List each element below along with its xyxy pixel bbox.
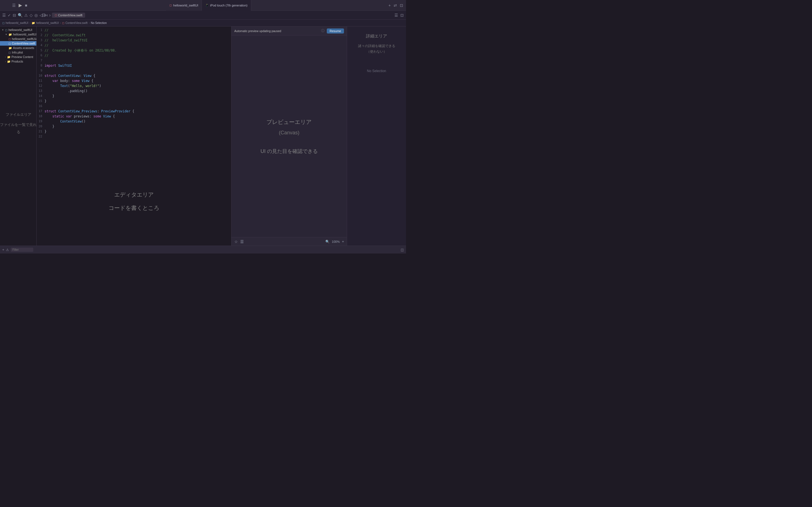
show-areas-icon[interactable]: ⊟ [42,12,45,18]
code-line-1: 1 // [37,28,231,33]
bottom-panel-icon[interactable]: ◫ [401,248,404,252]
sidebar-item-products[interactable]: › 📁 Products [0,59,36,64]
inspector-desc: 諸々の詳細を確認できる [350,43,403,49]
sidebar-item-info-plist[interactable]: ◻ Info.plist [0,50,36,55]
sidebar-annotation-2: ファイルを一覧で見れる [0,121,37,136]
code-line-9: 9 [37,69,231,74]
toolbar-right-icons: + ⇄ ⊡ [378,3,406,8]
git-icon[interactable]: ◎ [35,13,38,17]
split-view-icon[interactable]: ⇄ [394,3,397,8]
editor-annotation: エディタエリア コードを書くところ [109,191,159,212]
sidebar-toggle-icon[interactable]: ☰ [12,3,16,8]
code-line-8: 8 import SwiftUI [37,64,231,69]
preview-annotation-3: UI の見た目を確認できる [260,146,318,156]
breadcrumb-selection[interactable]: No Selection [91,21,107,24]
bottom-bar: + ⚠ ◫ [0,245,406,253]
inspector-note: （使わない） [350,49,403,55]
search-icon[interactable]: 🔍 [18,13,22,17]
preview-annotation-2: (Canvas) [260,128,318,138]
bookmark-icon[interactable]: ☆ [234,239,238,244]
secondary-toolbar: ☰ ✓ ⊟ 🔍 ⚠ ◇ ◎ ◁ ≡ ⊟ ‹ › ◻ ContentView.sw… [0,11,406,20]
breadcrumb-folder-icon: 📁 [32,21,35,24]
tab-device-label: iPod touch (7th generation) [210,4,248,7]
code-review-icon[interactable]: ☰ [395,13,398,17]
add-tab-icon[interactable]: + [389,3,391,8]
info-plist-label: Info.plist [12,51,23,54]
filter-input[interactable] [11,247,33,252]
sidebar-item-contentview-swift[interactable]: ◻ ContentView.swift [0,41,36,46]
breadcrumb-sep-3: › [89,21,90,24]
sidebar-item-app-swift[interactable]: ◻ helloworld_swiftUIApp.swift [0,37,36,41]
active-file-tab[interactable]: ◻ ContentView.swift [52,13,86,18]
navigator-icon[interactable]: ☰ [2,13,6,17]
editor-annotation-2: コードを書くところ [109,204,159,212]
code-line-19: 19 ContentView() [37,119,231,124]
code-line-10: 10 struct ContentView: View { [37,74,231,79]
sidebar-item-assets[interactable]: 📁 Assets.xcassets [0,46,36,50]
preview-folder-icon: 📁 [7,55,10,59]
project-label: helloworld_swiftUI [8,28,33,32]
main-content: ファイルエリア ファイルを一覧で見れる ▼ ◻ helloworld_swift… [0,26,406,245]
code-line-17: 17 struct ContentView_Previews: PreviewP… [37,109,231,114]
file-navigator: ファイルエリア ファイルを一覧で見れる ▼ ◻ helloworld_swift… [0,26,37,245]
warning-icon[interactable]: ⊟ [13,13,16,17]
resume-button[interactable]: Resume [327,29,344,34]
canvas-icon[interactable]: ⊡ [400,13,404,17]
active-file-label: ContentView.swift [58,13,83,17]
selected-swift-icon: ◻ [8,42,11,45]
preview-area: Automatic preview updating paused ⓘ Resu… [231,26,347,245]
breadcrumb-folder[interactable]: helloworld_swiftUI [36,21,59,24]
bottom-warning-icon[interactable]: ⚠ [6,248,9,252]
play-button[interactable]: ▶ [18,3,22,8]
inspector-area: 詳細エリア 諸々の詳細を確認できる （使わない） No Selection [347,26,406,245]
swift-file-icon: ◻ [8,38,11,41]
stop-button[interactable]: ■ [25,3,27,8]
editor-area[interactable]: エディタエリア コードを書くところ 1 // 2 // ContentView.… [37,26,231,245]
zoom-level: 100% [332,240,340,243]
sidebar-item-preview-content[interactable]: › 📁 Preview Content [0,55,36,59]
preview-annotation-1: プレビューエリア [260,116,318,128]
assets-label: Assets.xcassets [13,46,34,50]
chevron-down-icon: ▼ [5,33,7,36]
tab-helloworld-label: helloworld_swiftUI [173,4,198,7]
preview-header: Automatic preview updating paused ⓘ Resu… [232,26,347,36]
folder-label: helloworld_swiftUI [13,33,37,36]
breadcrumb-project[interactable]: helloworld_swiftUI [6,21,29,24]
chevron-right-icon: › [5,60,6,63]
zoom-out-icon[interactable]: 🔍 [325,240,329,244]
sidebar-item-helloworld-folder[interactable]: ▼ 📁 helloworld_swiftUI [0,32,36,37]
nav-back-icon[interactable]: ‹ [47,13,48,18]
bottom-bar-left: + ⚠ [2,247,33,252]
preview-info-icon[interactable]: ⓘ [321,29,324,33]
app-swift-label: helloworld_swiftUIApp.swift [12,37,37,41]
check-icon[interactable]: ✓ [8,13,11,17]
code-line-13: 13 .padding() [37,89,231,94]
sidebar-item-helloworld-project[interactable]: ▼ ◻ helloworld_swiftUI [0,27,36,32]
code-line-6: 6 // [37,54,231,59]
alert-icon[interactable]: ⚠ [24,13,28,17]
nav-forward-icon[interactable]: › [49,13,50,18]
zoom-in-icon[interactable]: + [342,240,344,244]
folder-icon: 📁 [8,33,12,36]
add-file-icon[interactable]: + [2,248,4,252]
sidebar-annotation-1: ファイルエリア [0,111,37,118]
inspector-annotation: 詳細エリア 諸々の詳細を確認できる （使わない） [347,26,406,61]
code-line-16: 16 [37,104,231,109]
preview-content-label: Preview Content [11,55,33,59]
tab-device[interactable]: 📱 iPod touch (7th generation) [202,0,251,11]
panel-toggle-icon[interactable]: ⊡ [400,3,403,8]
breadcrumb-sep-2: › [60,21,61,24]
list-icon[interactable]: ☰ [240,239,244,244]
chevron-down-icon: ▼ [2,29,4,31]
code-line-4: 4 // [37,43,231,48]
top-toolbar: ☰ ▶ ■ ◻ helloworld_swiftUI 📱 iPod touch … [0,0,406,11]
products-folder-icon: 📁 [7,60,10,63]
breadcrumb-file[interactable]: ContentView.swift [65,21,88,24]
preview-footer: ☆ ☰ 🔍 100% + [232,237,347,245]
code-line-14: 14 } [37,94,231,99]
toolbar-tabs: ◻ helloworld_swiftUI 📱 iPod touch (7th g… [40,0,378,11]
code-line-18: 18 static var previews: some View { [37,114,231,119]
bookmark-icon[interactable]: ◇ [30,13,33,17]
tab-helloworld[interactable]: ◻ helloworld_swiftUI [166,0,202,11]
code-line-11: 11 var body: some View { [37,79,231,84]
